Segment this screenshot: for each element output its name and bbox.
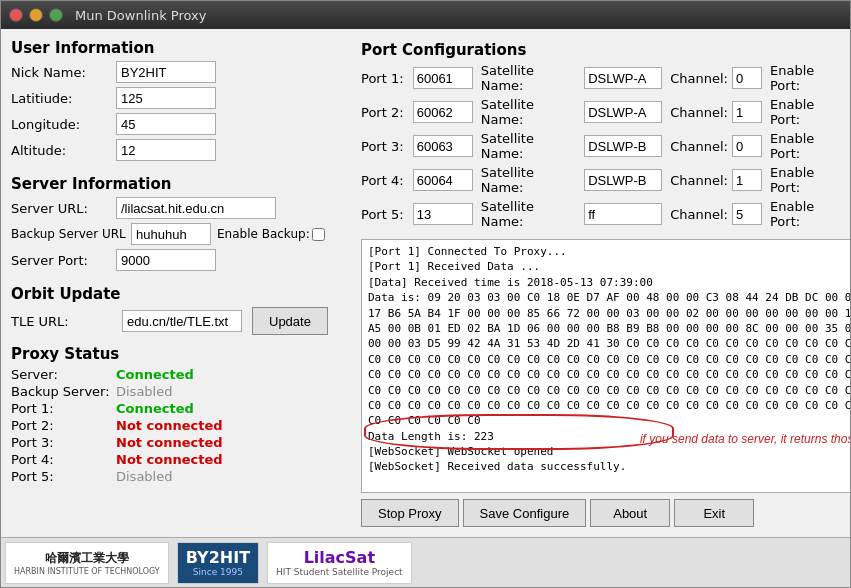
bottom-buttons: Stop Proxy Save Configure About Exit: [361, 499, 850, 527]
server-info-section: Server Information Server URL: Backup Se…: [11, 175, 351, 275]
server-status-row: Server: Connected: [11, 367, 351, 382]
enable-backup-checkbox[interactable]: [312, 228, 325, 241]
main-window: Mun Downlink Proxy User Information Nick…: [0, 0, 851, 588]
longitude-label: Longitude:: [11, 117, 116, 132]
exit-button[interactable]: Exit: [674, 499, 754, 527]
port2-input[interactable]: [413, 101, 473, 123]
right-panel: Port Configurations Port 1: Satellite Na…: [361, 39, 850, 527]
backup-status-row: Backup Server: Disabled: [11, 384, 351, 399]
port4-sat-input[interactable]: [584, 169, 662, 191]
server-url-row: Server URL:: [11, 197, 351, 219]
server-status-label: Server:: [11, 367, 116, 382]
latitude-row: Latitiude:: [11, 87, 351, 109]
port1-status-row: Port 1: Connected: [11, 401, 351, 416]
longitude-input[interactable]: [116, 113, 216, 135]
port3-status-label: Port 3:: [11, 435, 116, 450]
maximize-button[interactable]: [49, 8, 63, 22]
about-button[interactable]: About: [590, 499, 670, 527]
backup-status-label: Backup Server:: [11, 384, 116, 399]
annotation-label: if you send data to server, it returns t…: [640, 432, 850, 448]
port3-enable-label: Enable Port:: [770, 131, 848, 161]
port2-chan-input[interactable]: [732, 101, 762, 123]
orbit-title: Orbit Update: [11, 285, 351, 303]
lilacsat-logo: LilacSat HIT Student Satellite Project: [267, 542, 412, 584]
port1-label: Port 1:: [361, 71, 409, 86]
port5-sat-input[interactable]: [584, 203, 662, 225]
port3-input[interactable]: [413, 135, 473, 157]
port4-status-row: Port 4: Not connected: [11, 452, 351, 467]
port4-row: Port 4: Satellite Name: Channel: Enable …: [361, 165, 850, 195]
port1-sat-input[interactable]: [584, 67, 662, 89]
server-port-row: Server Port:: [11, 249, 351, 271]
port3-status-row: Port 3: Not connected: [11, 435, 351, 450]
proxy-status-section: Proxy Status Server: Connected Backup Se…: [11, 345, 351, 486]
server-port-label: Server Port:: [11, 253, 116, 268]
nick-name-input[interactable]: [116, 61, 216, 83]
hit-logo: 哈爾濱工業大學 HARBIN INSTITUTE OF TECHNOLOGY: [5, 542, 169, 584]
port2-status-label: Port 2:: [11, 418, 116, 433]
stop-proxy-button[interactable]: Stop Proxy: [361, 499, 459, 527]
port1-input[interactable]: [413, 67, 473, 89]
server-url-input[interactable]: [116, 197, 276, 219]
enable-backup-label: Enable Backup:: [217, 227, 310, 241]
by2hit-sub: Since 1995: [193, 567, 243, 577]
log-area: [Port 1] Connected To Proxy... [Port 1] …: [361, 239, 850, 493]
orbit-section: Orbit Update TLE URL: Update: [11, 285, 351, 335]
port5-row: Port 5: Satellite Name: Channel: Enable …: [361, 199, 850, 229]
content-area: User Information Nick Name: Latitiude: L…: [1, 29, 850, 537]
port4-status-value: Not connected: [116, 452, 223, 467]
update-button[interactable]: Update: [252, 307, 328, 335]
save-configure-button[interactable]: Save Configure: [463, 499, 587, 527]
port2-label: Port 2:: [361, 105, 409, 120]
window-title: Mun Downlink Proxy: [75, 8, 206, 23]
altitude-row: Altitude:: [11, 139, 351, 161]
port4-input[interactable]: [413, 169, 473, 191]
port1-status-label: Port 1:: [11, 401, 116, 416]
port5-status-value: Disabled: [116, 469, 172, 484]
altitude-input[interactable]: [116, 139, 216, 161]
port3-status-value: Not connected: [116, 435, 223, 450]
lilacsat-sub: HIT Student Satellite Project: [276, 567, 403, 577]
port4-status-label: Port 4:: [11, 452, 116, 467]
port5-status-label: Port 5:: [11, 469, 116, 484]
server-info-title: Server Information: [11, 175, 351, 193]
port2-sat-label: Satellite Name:: [481, 97, 581, 127]
port3-sat-input[interactable]: [584, 135, 662, 157]
port3-sat-label: Satellite Name:: [481, 131, 581, 161]
by2hit-name: BY2HIT: [186, 548, 250, 567]
hit-cn-name: 哈爾濱工業大學: [45, 550, 129, 567]
backup-status-value: Disabled: [116, 384, 172, 399]
port2-chan-label: Channel:: [670, 105, 728, 120]
lilacsat-name: LilacSat: [304, 548, 375, 567]
server-url-label: Server URL:: [11, 201, 116, 216]
port4-chan-input[interactable]: [732, 169, 762, 191]
minimize-button[interactable]: [29, 8, 43, 22]
titlebar: Mun Downlink Proxy: [1, 1, 850, 29]
left-panel: User Information Nick Name: Latitiude: L…: [11, 39, 351, 527]
port2-status-value: Not connected: [116, 418, 223, 433]
tle-input[interactable]: [122, 310, 242, 332]
port5-status-row: Port 5: Disabled: [11, 469, 351, 484]
port5-input[interactable]: [413, 203, 473, 225]
port4-enable-label: Enable Port:: [770, 165, 848, 195]
backup-url-label: Backup Server URL: [11, 227, 131, 241]
latitude-input[interactable]: [116, 87, 216, 109]
longitude-row: Longitude:: [11, 113, 351, 135]
port5-chan-input[interactable]: [732, 203, 762, 225]
port-config-title: Port Configurations: [361, 41, 850, 59]
port4-chan-label: Channel:: [670, 173, 728, 188]
port1-sat-label: Satellite Name:: [481, 63, 581, 93]
port1-enable-label: Enable Port:: [770, 63, 848, 93]
server-port-input[interactable]: [116, 249, 216, 271]
port4-label: Port 4:: [361, 173, 409, 188]
server-status-value: Connected: [116, 367, 194, 382]
close-button[interactable]: [9, 8, 23, 22]
port3-chan-input[interactable]: [732, 135, 762, 157]
backup-url-row: Backup Server URL Enable Backup:: [11, 223, 351, 245]
port-config-section: Port Configurations Port 1: Satellite Na…: [361, 41, 850, 233]
backup-url-input[interactable]: [131, 223, 211, 245]
hit-en-name: HARBIN INSTITUTE OF TECHNOLOGY: [14, 567, 160, 576]
port1-chan-input[interactable]: [732, 67, 762, 89]
port2-sat-input[interactable]: [584, 101, 662, 123]
altitude-label: Altitude:: [11, 143, 116, 158]
